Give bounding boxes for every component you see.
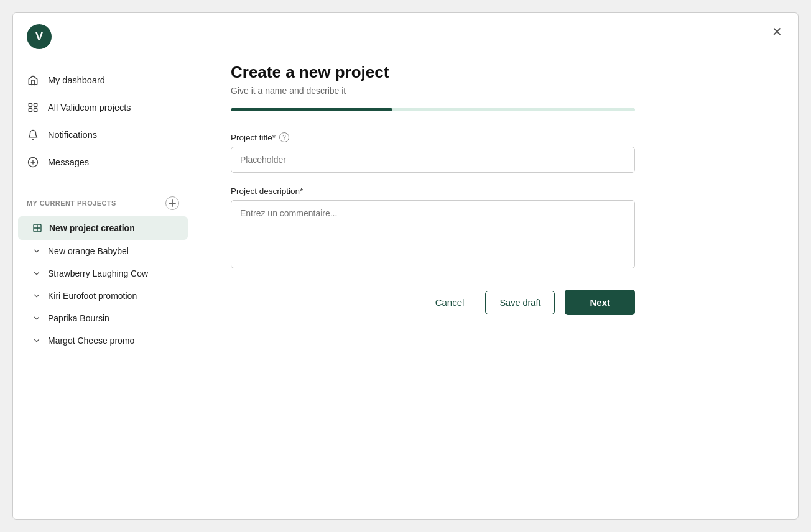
sidebar-item-margot[interactable]: Margot Cheese promo [18, 329, 188, 352]
sidebar-item-margot-label: Margot Cheese promo [48, 336, 134, 346]
sidebar-item-messages[interactable]: Messages [13, 149, 193, 176]
add-project-button[interactable] [165, 196, 179, 210]
next-button[interactable]: Next [565, 290, 635, 315]
save-draft-button[interactable]: Save draft [485, 291, 555, 314]
sidebar: V My dashboard [13, 13, 193, 519]
grid-icon [27, 101, 39, 114]
sidebar-item-notifications-label: Notifications [48, 130, 97, 140]
sidebar-item-all-projects[interactable]: All Validcom projects [13, 94, 193, 121]
form-subtitle: Give it a name and describe it [231, 86, 591, 96]
app-logo[interactable]: V [27, 24, 52, 49]
svg-rect-1 [34, 103, 37, 106]
svg-rect-0 [29, 103, 32, 106]
project-title-help-icon[interactable]: ? [279, 132, 289, 142]
app-window: V My dashboard [12, 12, 799, 520]
chevron-down-icon-margot [32, 336, 42, 346]
cancel-button[interactable]: Cancel [424, 291, 476, 314]
chevron-down-icon-boursin [32, 313, 42, 323]
sidebar-item-babybel[interactable]: New orange Babybel [18, 240, 188, 262]
form-actions: Cancel Save draft Next [231, 290, 635, 315]
sidebar-item-new-project-label: New project creation [49, 223, 135, 233]
main-content: ✕ Create a new project Give it a name an… [193, 13, 798, 519]
home-icon [27, 74, 39, 86]
sidebar-item-messages-label: Messages [48, 157, 89, 167]
sidebar-item-laughing-cow-label: Strawberry Laughing Cow [48, 268, 148, 278]
sidebar-item-notifications[interactable]: Notifications [13, 121, 193, 149]
project-list: New project creation New orange Babybel [13, 216, 193, 352]
svg-rect-3 [34, 109, 37, 112]
project-title-input[interactable] [231, 147, 635, 173]
form-area: Create a new project Give it a name and … [193, 13, 629, 340]
chevron-down-icon-babybel [32, 246, 42, 256]
sidebar-item-laughing-cow[interactable]: Strawberry Laughing Cow [18, 262, 188, 285]
sidebar-item-all-projects-label: All Validcom projects [48, 103, 131, 112]
sidebar-nav: My dashboard All Validcom projects [13, 66, 193, 176]
sidebar-item-dashboard-label: My dashboard [48, 75, 105, 85]
sidebar-item-new-project[interactable]: New project creation [18, 216, 188, 240]
message-icon [27, 156, 39, 168]
sidebar-item-kiri[interactable]: Kiri Eurofoot promotion [18, 285, 188, 307]
project-title-label: Project title* ? [231, 132, 591, 142]
form-title: Create a new project [231, 63, 591, 82]
sidebar-item-dashboard[interactable]: My dashboard [13, 66, 193, 94]
sidebar-divider [13, 185, 193, 185]
sidebar-item-boursin-label: Paprika Boursin [48, 313, 109, 323]
project-description-label: Project description* [231, 186, 591, 196]
chevron-down-icon-laughing-cow [32, 268, 42, 278]
sidebar-item-boursin[interactable]: Paprika Boursin [18, 307, 188, 329]
section-label: MY CURRENT PROJECTS [27, 200, 116, 207]
bell-icon [27, 129, 39, 141]
sidebar-item-babybel-label: New orange Babybel [48, 246, 129, 256]
progress-bar-container [231, 108, 635, 111]
svg-rect-2 [29, 109, 32, 112]
section-header: MY CURRENT PROJECTS [13, 194, 193, 216]
progress-bar-fill [231, 108, 392, 111]
close-button[interactable]: ✕ [768, 23, 786, 40]
chevron-down-icon-kiri [32, 291, 42, 301]
sidebar-item-kiri-label: Kiri Eurofoot promotion [48, 291, 137, 301]
project-description-textarea[interactable] [231, 200, 635, 268]
new-project-icon [32, 222, 43, 234]
